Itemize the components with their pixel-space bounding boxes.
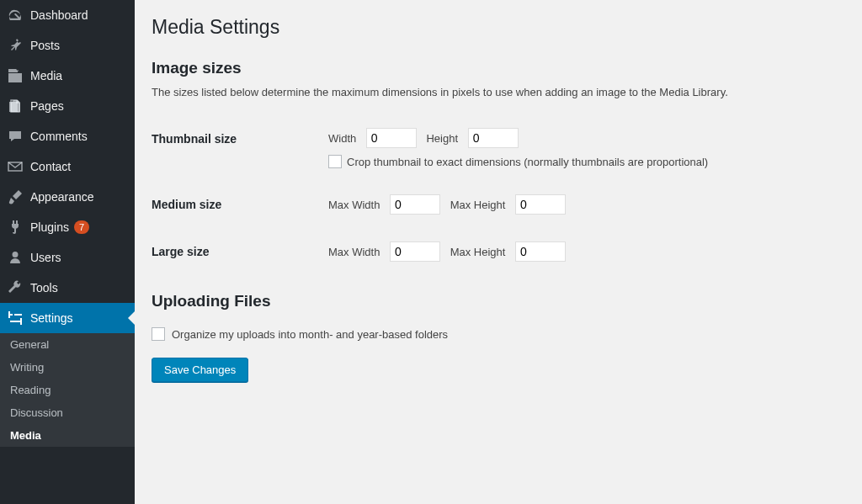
section-uploading-files: Uploading Files [152, 292, 845, 310]
submenu-item-general[interactable]: General [0, 333, 135, 356]
thumbnail-width-input[interactable] [366, 128, 417, 148]
user-icon [7, 249, 24, 266]
image-sizes-description: The sizes listed below determine the max… [152, 86, 845, 98]
submenu-item-discussion[interactable]: Discussion [0, 401, 135, 424]
large-row-label: Large size [152, 228, 320, 275]
thumbnail-crop-label: Crop thumbnail to exact dimensions (norm… [347, 156, 708, 168]
sidebar-item-comments[interactable]: Comments [0, 121, 135, 151]
submenu-item-media[interactable]: Media [0, 424, 135, 447]
sidebar-item-posts[interactable]: Posts [0, 30, 135, 61]
main-content: Media Settings Image sizes The sizes lis… [135, 0, 862, 504]
plug-icon [7, 219, 24, 236]
sidebar-item-label: Pages [30, 99, 64, 113]
dashboard-icon [7, 7, 24, 24]
page-title: Media Settings [152, 8, 845, 42]
wrench-icon [7, 279, 24, 296]
sidebar-item-label: Users [30, 251, 61, 264]
sidebar-item-settings[interactable]: Settings [0, 303, 135, 333]
comments-icon [7, 128, 24, 145]
submenu-item-writing[interactable]: Writing [0, 356, 135, 379]
section-image-sizes: Image sizes [152, 59, 845, 77]
large-maxwidth-label: Max Width [328, 246, 380, 258]
sidebar-item-label: Tools [30, 281, 58, 294]
svg-rect-0 [9, 102, 18, 112]
large-maxwidth-input[interactable] [390, 241, 440, 262]
sidebar-item-label: Comments [30, 130, 88, 143]
sidebar-item-tools[interactable]: Tools [0, 273, 135, 303]
image-sizes-table: Thumbnail size Width Height Crop thumbna… [152, 115, 845, 275]
sidebar-item-label: Plugins [30, 220, 69, 234]
large-maxheight-label: Max Height [450, 246, 506, 258]
sidebar-item-label: Posts [30, 39, 60, 52]
update-badge: 7 [74, 220, 89, 234]
sidebar-item-contact[interactable]: Contact [0, 151, 135, 182]
sidebar-item-appearance[interactable]: Appearance [0, 182, 135, 212]
sidebar-item-users[interactable]: Users [0, 242, 135, 273]
organize-uploads-label: Organize my uploads into month- and year… [172, 328, 448, 341]
sidebar-item-media[interactable]: Media [0, 61, 135, 91]
sidebar-item-label: Media [30, 69, 62, 82]
medium-maxheight-input[interactable] [515, 194, 566, 215]
large-maxheight-input[interactable] [515, 241, 566, 262]
sidebar-item-label: Settings [30, 311, 73, 325]
thumbnail-width-label: Width [328, 132, 356, 145]
sidebar-item-dashboard[interactable]: Dashboard [0, 0, 135, 30]
sidebar-item-label: Dashboard [30, 8, 88, 22]
pin-icon [7, 37, 24, 54]
settings-submenu: GeneralWritingReadingDiscussionMedia [0, 333, 135, 447]
sidebar-item-plugins[interactable]: Plugins7 [0, 212, 135, 242]
brush-icon [7, 188, 24, 205]
submenu-item-reading[interactable]: Reading [0, 379, 135, 401]
organize-uploads-checkbox[interactable] [152, 327, 165, 341]
sidebar-item-label: Contact [30, 160, 71, 173]
envelope-icon [7, 158, 24, 175]
medium-row-label: Medium size [152, 181, 320, 228]
medium-maxwidth-label: Max Width [328, 199, 380, 211]
admin-sidebar: DashboardPostsMediaPagesCommentsContactA… [0, 0, 135, 504]
sliders-icon [7, 310, 24, 326]
pages-icon [7, 98, 24, 114]
medium-maxwidth-input[interactable] [390, 194, 440, 215]
thumbnail-height-label: Height [426, 132, 458, 145]
medium-maxheight-label: Max Height [450, 199, 506, 211]
media-icon [7, 67, 24, 84]
thumbnail-row-label: Thumbnail size [152, 115, 320, 181]
thumbnail-crop-checkbox[interactable] [328, 155, 342, 168]
sidebar-item-pages[interactable]: Pages [0, 91, 135, 121]
save-changes-button[interactable]: Save Changes [152, 358, 248, 382]
thumbnail-height-input[interactable] [468, 128, 519, 148]
sidebar-item-label: Appearance [30, 190, 94, 204]
